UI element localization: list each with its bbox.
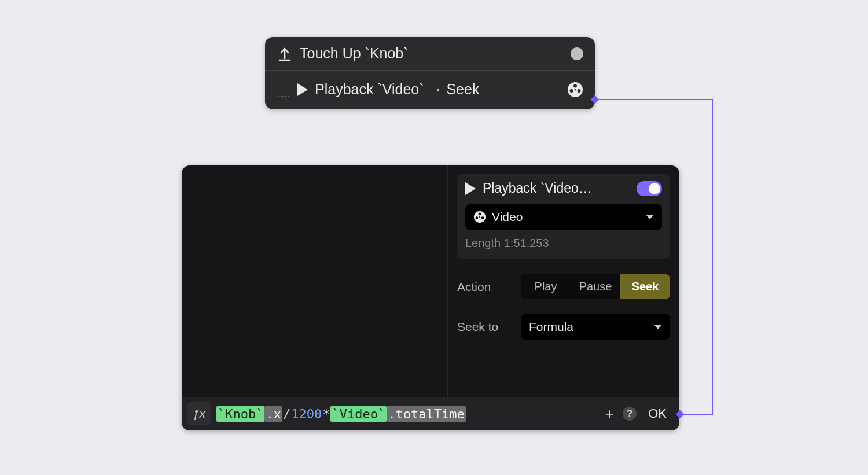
video-select-label: Video — [492, 210, 523, 224]
svg-point-9 — [479, 216, 480, 218]
svg-point-1 — [573, 84, 577, 87]
svg-point-3 — [578, 89, 581, 93]
seek-to-row: Seek to Formula — [457, 314, 670, 340]
action-option-play[interactable]: Play — [521, 274, 571, 299]
seek-to-label: Seek to — [457, 320, 513, 334]
fx-icon[interactable]: ƒx — [187, 402, 211, 425]
editor-sidebar: Playback `Video… Video — [448, 165, 679, 397]
formula-token-prop: .x — [264, 406, 282, 422]
action-segmented-control[interactable]: PlayPauseSeek — [521, 274, 670, 299]
action-row: Action PlayPauseSeek — [457, 274, 670, 299]
seek-mode-value: Formula — [529, 320, 573, 334]
formula-add-button[interactable]: + — [602, 406, 617, 421]
touch-up-icon — [278, 46, 292, 62]
playback-enabled-toggle[interactable] — [637, 181, 662, 196]
playback-group: Playback `Video… Video — [457, 174, 670, 259]
chevron-down-icon — [654, 325, 662, 329]
formula-token-ref: `Knob` — [216, 406, 264, 422]
playback-group-title: Playback `Video… — [483, 181, 630, 196]
node-header[interactable]: Touch Up `Knob` — [265, 37, 595, 71]
action-label: Action — [457, 280, 513, 294]
video-select[interactable]: Video — [465, 204, 662, 230]
play-icon — [465, 182, 476, 195]
formula-input[interactable]: `Knob`.x/1200*`Video`.totalTime — [216, 406, 596, 422]
formula-ok-button[interactable]: OK — [643, 406, 671, 421]
video-reel-icon — [473, 211, 486, 223]
play-icon — [297, 83, 308, 96]
node-action-label: Playback `Video` → Seek — [315, 81, 560, 98]
svg-point-4 — [575, 89, 576, 90]
status-dot-icon — [571, 47, 583, 60]
tree-branch-icon — [278, 77, 289, 97]
interaction-node[interactable]: Touch Up `Knob` Playback `Video` → Seek — [265, 37, 595, 109]
node-action-row[interactable]: Playback `Video` → Seek — [265, 71, 595, 109]
editor-preview-area — [182, 165, 448, 397]
svg-point-8 — [481, 216, 484, 219]
formula-token-prop: .totalTime — [387, 406, 465, 422]
action-option-seek[interactable]: Seek — [620, 274, 670, 299]
chevron-down-icon — [646, 215, 654, 219]
video-reel-icon — [567, 82, 583, 98]
formula-token-op: * — [322, 407, 330, 421]
svg-point-6 — [479, 213, 481, 216]
action-option-pause[interactable]: Pause — [571, 274, 620, 299]
formula-bar: ƒx `Knob`.x/1200*`Video`.totalTime + ? O… — [182, 397, 679, 430]
formula-token-op: / — [282, 407, 291, 421]
formula-token-ref: `Video` — [330, 406, 387, 422]
editor-panel: Playback `Video… Video — [182, 165, 679, 430]
svg-point-7 — [476, 216, 479, 219]
svg-point-2 — [570, 89, 573, 93]
video-length-label: Length 1:51.253 — [465, 237, 662, 250]
help-icon[interactable]: ? — [623, 407, 637, 421]
seek-mode-select[interactable]: Formula — [521, 314, 670, 340]
node-title: Touch Up `Knob` — [300, 45, 562, 62]
formula-token-num: 1200 — [291, 407, 322, 421]
